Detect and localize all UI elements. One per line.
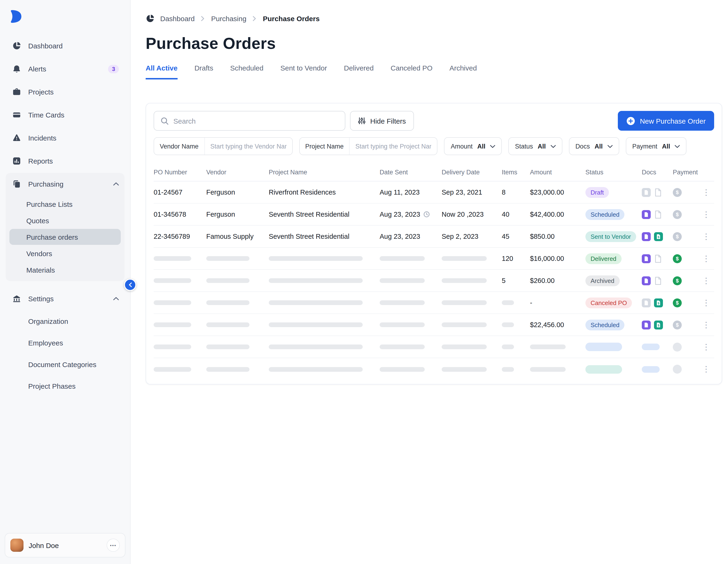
sidebar-item-label: Alerts — [28, 65, 46, 73]
file-icon — [654, 188, 662, 197]
table-row[interactable]: ⋮ — [154, 358, 714, 380]
sidebar-item-organization[interactable]: Organization — [6, 311, 125, 332]
cell-items: 5 — [502, 277, 530, 285]
row-menu-button[interactable]: ⋮ — [702, 364, 712, 374]
sidebar-item-incidents[interactable]: Incidents — [6, 127, 125, 149]
cell-docs — [642, 344, 673, 350]
building-icon — [11, 294, 22, 303]
cell-status: Draft — [585, 187, 642, 198]
payment-dollar-icon: $ — [673, 232, 682, 241]
cell-actions: ⋮ — [702, 342, 715, 352]
cell-value: Ferguson — [206, 188, 235, 196]
filter-amount[interactable]: AmountAll — [444, 137, 502, 155]
filter-input-vendor-name[interactable] — [205, 143, 292, 150]
filter-status[interactable]: StatusAll — [508, 137, 562, 155]
table-row[interactable]: 01-345678FergusonSeventh Street Resident… — [154, 203, 714, 225]
cell-value: $260.00 — [530, 277, 555, 285]
tab-all-active[interactable]: All Active — [146, 64, 178, 79]
sidebar-item-reports[interactable]: Reports — [6, 150, 125, 172]
filter-vendor-name: Vendor Name — [154, 137, 292, 155]
search-input[interactable] — [173, 117, 338, 125]
sidebar-item-settings[interactable]: Settings — [6, 288, 125, 310]
cell-payment: $ — [673, 232, 702, 241]
sidebar-item-alerts[interactable]: Alerts3 — [6, 58, 125, 80]
new-purchase-order-button[interactable]: New Purchase Order — [618, 111, 714, 131]
hide-filters-label: Hide Filters — [370, 117, 406, 125]
tab-sent-to-vendor[interactable]: Sent to Vendor — [280, 64, 327, 79]
column-header-status: Status — [585, 169, 642, 176]
table-row[interactable]: 22-3456789Famous SupplySeventh Street Re… — [154, 225, 714, 248]
sidebar-item-purchase-orders[interactable]: Purchase orders — [9, 229, 121, 245]
sidebar-item-dashboard[interactable]: Dashboard — [6, 35, 125, 57]
cell-po — [154, 300, 206, 305]
sidebar-item-time-cards[interactable]: Time Cards — [6, 104, 125, 126]
sidebar-item-materials[interactable]: Materials — [9, 262, 121, 278]
user-menu-button[interactable]: ⋯ — [107, 539, 120, 552]
breadcrumb-item-dashboard[interactable]: Dashboard — [160, 15, 195, 23]
sidebar-item-document-categories[interactable]: Document Categories — [6, 354, 125, 375]
row-menu-button[interactable]: ⋮ — [702, 298, 712, 308]
cell-items — [502, 345, 530, 349]
row-menu-button[interactable]: ⋮ — [702, 209, 712, 219]
row-menu-button[interactable]: ⋮ — [702, 342, 712, 352]
status-pill: Sent to Vendor — [585, 231, 636, 242]
table-row[interactable]: -Canceled PO$$⋮ — [154, 292, 714, 314]
cell-amount: $260.00 — [530, 277, 585, 285]
row-menu-button[interactable]: ⋮ — [702, 320, 712, 330]
cell-value: $42,400.00 — [530, 210, 564, 218]
sidebar-item-quotes[interactable]: Quotes — [9, 212, 121, 228]
chevron-down-icon — [675, 144, 680, 148]
doc-disabled-icon — [642, 298, 651, 307]
row-menu-button[interactable]: ⋮ — [702, 275, 712, 286]
row-menu-button[interactable]: ⋮ — [702, 187, 712, 197]
table-row[interactable]: $22,456.00Scheduled$$⋮ — [154, 314, 714, 336]
cell-status: Archived — [585, 275, 642, 286]
cell-date-sent — [380, 256, 442, 261]
user-box[interactable]: John Doe ⋯ — [5, 533, 125, 557]
filter-label: Vendor Name — [154, 138, 205, 155]
search-box[interactable] — [154, 111, 345, 131]
table-row[interactable]: 01-24567FergusonRiverfront ResidencesAug… — [154, 181, 714, 203]
cell-vendor — [206, 323, 269, 327]
breadcrumb-item-purchasing[interactable]: Purchasing — [211, 15, 246, 23]
cell-docs: $ — [642, 232, 673, 241]
tab-drafts[interactable]: Drafts — [195, 64, 213, 79]
table-row[interactable]: 120$16,000.00Delivered$⋮ — [154, 248, 714, 270]
cell-po — [154, 256, 206, 261]
warning-triangle-icon — [11, 133, 22, 142]
hide-filters-button[interactable]: Hide Filters — [350, 111, 414, 131]
cell-delivery — [442, 323, 502, 327]
sidebar-item-project-phases[interactable]: Project Phases — [6, 376, 125, 397]
tab-archived[interactable]: Archived — [449, 64, 477, 79]
sidebar-item-purchase-lists[interactable]: Purchase Lists — [9, 196, 121, 212]
cell-date-sent — [380, 323, 442, 327]
sidebar-item-label: Reports — [28, 157, 53, 165]
filter-input-project-name[interactable] — [350, 143, 437, 150]
filter-label: Docs — [575, 143, 590, 150]
table-row[interactable]: 5$260.00Archived$⋮ — [154, 270, 714, 292]
sidebar-item-employees[interactable]: Employees — [6, 332, 125, 354]
app-logo-icon — [9, 9, 125, 24]
sidebar-item-purchasing[interactable]: Purchasing — [6, 173, 125, 195]
sidebar-item-projects[interactable]: Projects — [6, 81, 125, 103]
cell-value: Seventh Street Residential — [269, 233, 349, 240]
skeleton-bar — [380, 278, 425, 283]
plus-icon — [626, 116, 635, 125]
column-header-project-name: Project Name — [269, 169, 380, 176]
cell-docs: $ — [642, 298, 673, 307]
cell-actions: ⋮ — [702, 231, 715, 241]
sidebar-collapse-button[interactable] — [124, 279, 136, 291]
tab-delivered[interactable]: Delivered — [344, 64, 374, 79]
filter-docs[interactable]: DocsAll — [569, 137, 619, 155]
nav-group-time-cards: Time Cards — [6, 104, 125, 126]
tab-scheduled[interactable]: Scheduled — [230, 64, 264, 79]
cell-vendor — [206, 345, 269, 349]
table-row[interactable]: ⋮ — [154, 336, 714, 358]
tab-canceled-po[interactable]: Canceled PO — [391, 64, 432, 79]
sidebar-item-vendors[interactable]: Vendors — [9, 245, 121, 261]
cell-items — [502, 323, 530, 327]
row-menu-button[interactable]: ⋮ — [702, 231, 712, 241]
row-menu-button[interactable]: ⋮ — [702, 253, 712, 263]
filter-payment[interactable]: PaymentAll — [626, 137, 686, 155]
skeleton-bar — [502, 300, 514, 305]
